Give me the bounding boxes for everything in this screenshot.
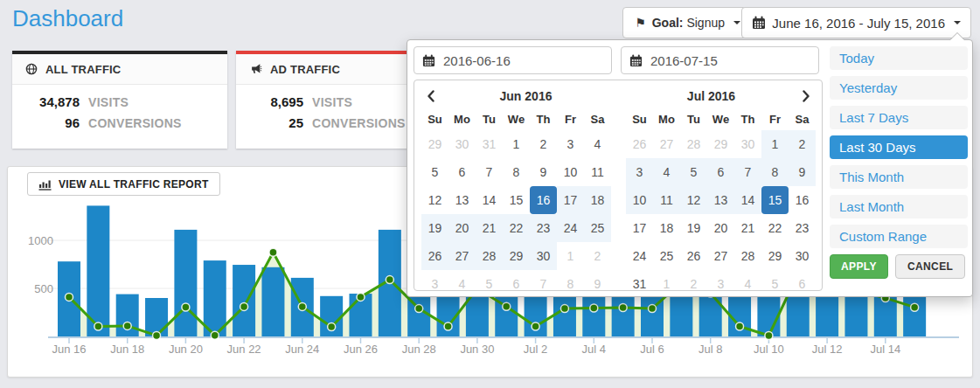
preset-last-7-days[interactable]: Last 7 Days [830,106,968,129]
calendar-day[interactable]: 1 [653,270,680,298]
calendar-day[interactable]: 26 [626,130,653,158]
calendar-day[interactable]: 28 [734,242,761,270]
calendar-day[interactable]: 14 [476,186,503,214]
next-month-icon[interactable] [796,87,816,106]
start-date-input[interactable] [441,52,603,69]
calendar-day[interactable]: 19 [421,214,448,242]
calendar-day[interactable]: 9 [584,270,611,298]
calendar-day[interactable]: 30 [734,130,761,158]
calendar-day[interactable]: 1 [761,130,789,158]
calendar-day[interactable]: 8 [761,158,789,186]
calendar-day[interactable]: 28 [476,242,503,270]
calendar-day[interactable]: 30 [530,242,557,270]
calendar-day[interactable]: 27 [448,242,476,270]
calendar-day[interactable]: 22 [503,214,530,242]
calendar-day[interactable]: 3 [557,130,584,158]
calendar-day[interactable]: 12 [680,186,707,214]
calendar-day[interactable]: 29 [503,242,530,270]
calendar-day[interactable]: 29 [707,130,734,158]
calendar-day[interactable]: 6 [707,158,734,186]
calendar-day[interactable]: 9 [530,158,557,186]
calendar-day[interactable]: 12 [421,186,448,214]
calendar-day[interactable]: 13 [448,186,476,214]
calendar-day[interactable]: 3 [626,158,653,186]
calendar-day[interactable]: 10 [626,186,653,214]
calendar-day[interactable]: 9 [789,158,816,186]
calendar-day[interactable]: 7 [476,158,503,186]
calendar-day[interactable]: 25 [653,242,680,270]
calendar-day[interactable]: 21 [734,214,761,242]
calendar-day[interactable]: 18 [653,214,680,242]
calendar-day[interactable]: 18 [584,186,611,214]
calendar-day[interactable]: 21 [476,214,503,242]
calendar-day[interactable]: 6 [448,158,476,186]
calendar-day[interactable]: 5 [761,270,789,298]
calendar-day[interactable]: 1 [503,130,530,158]
preset-last-30-days[interactable]: Last 30 Days [830,135,968,159]
calendar-day[interactable]: 3 [707,270,734,298]
calendar-day[interactable]: 11 [584,158,611,186]
preset-this-month[interactable]: This Month [830,165,968,189]
calendar-day[interactable]: 13 [707,186,734,214]
calendar-day[interactable]: 23 [789,214,816,242]
calendar-day[interactable]: 2 [680,270,707,298]
calendar-day[interactable]: 31 [626,270,653,298]
calendar-day[interactable]: 7 [530,270,557,298]
calendar-day[interactable]: 29 [421,130,448,158]
calendar-day[interactable]: 14 [734,186,761,214]
calendar-day[interactable]: 26 [680,242,707,270]
calendar-day[interactable]: 17 [626,214,653,242]
calendar-day[interactable]: 8 [503,158,530,186]
calendar-day[interactable]: 27 [653,130,680,158]
calendar-day[interactable]: 24 [557,214,584,242]
calendar-day[interactable]: 4 [734,270,761,298]
view-all-traffic-report-button[interactable]: VIEW ALL TRAFFIC REPORT [27,172,220,196]
calendar-day[interactable]: 22 [761,214,789,242]
end-date-input[interactable] [649,52,810,69]
calendar-day[interactable]: 2 [789,130,816,158]
calendar-day[interactable]: 5 [680,158,707,186]
calendar-day-selected[interactable]: 15 [761,186,789,214]
preset-custom-range[interactable]: Custom Range [830,225,968,248]
calendar-day[interactable]: 6 [503,270,530,298]
calendar-day[interactable]: 30 [448,130,476,158]
preset-yesterday[interactable]: Yesterday [830,76,968,100]
calendar-day[interactable]: 19 [680,214,707,242]
calendar-day[interactable]: 15 [503,186,530,214]
calendar-day[interactable]: 20 [448,214,476,242]
calendar-day[interactable]: 23 [530,214,557,242]
calendar-day[interactable]: 29 [761,242,789,270]
calendar-day-selected[interactable]: 16 [530,186,557,214]
apply-button[interactable]: APPLY [830,254,888,279]
calendar-day[interactable]: 7 [734,158,761,186]
calendar-day[interactable]: 17 [557,186,584,214]
preset-today[interactable]: Today [830,46,968,70]
calendar-day[interactable]: 5 [476,270,503,298]
calendar-day[interactable]: 27 [707,242,734,270]
calendar-day[interactable]: 4 [584,130,611,158]
calendar-day[interactable]: 4 [653,158,680,186]
calendar-day[interactable]: 8 [557,270,584,298]
calendar-day[interactable]: 5 [421,158,448,186]
calendar-day[interactable]: 3 [421,270,448,298]
calendar-day[interactable]: 2 [530,130,557,158]
prev-month-icon[interactable] [421,87,441,106]
goal-dropdown-button[interactable]: ⚑ Goal: Signup [622,7,753,38]
calendar-day[interactable]: 6 [789,270,816,298]
calendar-day[interactable]: 28 [680,130,707,158]
calendar-day[interactable]: 26 [421,242,448,270]
daterange-dropdown-button[interactable]: June 16, 2016 - July 15, 2016 [741,7,971,38]
calendar-day[interactable]: 11 [653,186,680,214]
calendar-day[interactable]: 24 [626,242,653,270]
calendar-day[interactable]: 20 [707,214,734,242]
calendar-day[interactable]: 16 [789,186,816,214]
calendar-day[interactable]: 4 [448,270,476,298]
calendar-day[interactable]: 30 [789,242,816,270]
calendar-day[interactable]: 2 [584,242,611,270]
calendar-day[interactable]: 31 [476,130,503,158]
calendar-day[interactable]: 10 [557,158,584,186]
cancel-button[interactable]: CANCEL [895,254,965,279]
preset-last-month[interactable]: Last Month [830,195,968,218]
calendar-day[interactable]: 25 [584,214,611,242]
calendar-day[interactable]: 1 [557,242,584,270]
